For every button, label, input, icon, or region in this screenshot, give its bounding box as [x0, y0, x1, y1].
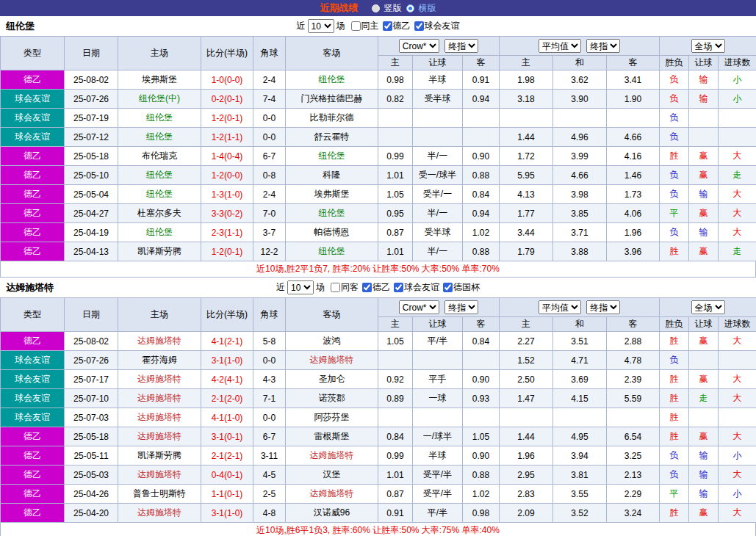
home-team[interactable]: 凯泽斯劳腾	[118, 242, 201, 261]
asian-away-odds: 1.02	[463, 223, 500, 242]
asian-away-odds: 0.88	[463, 466, 500, 485]
league-filter[interactable]: 德乙	[383, 20, 411, 32]
away-team[interactable]: 纽伦堡	[286, 242, 378, 261]
league-filter[interactable]: 同主	[351, 20, 379, 32]
away-team[interactable]: 汉诺威96	[286, 504, 378, 523]
home-team[interactable]: 纽伦堡	[118, 166, 201, 185]
recent-count-select[interactable]: 10	[308, 19, 334, 33]
home-team[interactable]: 纽伦堡	[118, 109, 201, 128]
home-team[interactable]: 霍芬海姆	[118, 351, 201, 370]
wdl-result: 胜	[660, 504, 689, 523]
away-team[interactable]: 纽伦堡	[286, 204, 378, 223]
euro-away-odds: 1.73	[607, 185, 660, 204]
corner-score: 0-0	[253, 408, 286, 427]
home-team[interactable]: 埃弗斯堡	[118, 70, 201, 90]
vertical-layout-label[interactable]: 竖版	[384, 2, 402, 15]
asian-odds-type-select[interactable]: 终指	[444, 300, 478, 314]
away-team[interactable]: 诺茨郡	[286, 389, 378, 408]
euro-avg-select[interactable]: 平均值	[539, 300, 581, 314]
asian-odds-type-select[interactable]: 终指	[444, 39, 478, 53]
league-filter-checkbox[interactable]	[351, 21, 361, 31]
league-filter[interactable]: 德国杯	[443, 281, 480, 294]
league-filter-checkbox[interactable]	[331, 283, 340, 292]
home-team[interactable]: 纽伦堡	[118, 223, 201, 242]
scope-select[interactable]: 全场	[691, 39, 725, 53]
home-team[interactable]: 普鲁士明斯特	[118, 485, 201, 504]
horizontal-layout-radio[interactable]	[406, 4, 414, 12]
vertical-layout-radio[interactable]	[372, 4, 380, 12]
home-team[interactable]: 达姆施塔特	[118, 370, 201, 389]
home-team[interactable]: 达姆施塔特	[118, 332, 201, 351]
league-filter-checkbox[interactable]	[414, 21, 424, 31]
league-filter[interactable]: 德乙	[362, 281, 390, 294]
horizontal-layout-label[interactable]: 横版	[419, 2, 436, 15]
home-team[interactable]: 布伦瑞克	[118, 147, 201, 166]
home-team[interactable]: 纽伦堡	[118, 185, 201, 204]
corner-score: 4-5	[253, 466, 286, 485]
league-filter-checkbox[interactable]	[443, 283, 453, 292]
corner-score: 3-7	[253, 223, 286, 242]
away-team[interactable]: 圣加仑	[286, 370, 378, 389]
asian-away-odds: 0.93	[463, 389, 500, 408]
home-team[interactable]: 达姆施塔特	[118, 408, 201, 427]
away-team[interactable]: 科隆	[286, 166, 378, 185]
corner-score: 7-1	[253, 389, 286, 408]
euro-odds-type-select[interactable]: 终指	[586, 300, 620, 314]
asian-home-odds: 0.92	[378, 370, 413, 389]
asian-handicap-line: 受半球	[413, 90, 463, 109]
match-date: 25-05-18	[65, 147, 118, 166]
wdl-result: 负	[660, 128, 689, 147]
asian-away-odds	[463, 128, 500, 147]
away-team[interactable]: 纽伦堡	[286, 70, 378, 90]
home-team[interactable]: 纽伦堡(中)	[118, 90, 201, 109]
home-team[interactable]: 达姆施塔特	[118, 504, 201, 523]
away-team[interactable]: 雷根斯堡	[286, 427, 378, 446]
corner-score: 6-7	[253, 427, 286, 446]
league-filter-checkbox[interactable]	[383, 21, 392, 31]
home-team[interactable]: 纽伦堡	[118, 128, 201, 147]
away-team[interactable]: 汉堡	[286, 466, 378, 485]
away-team[interactable]: 帕德博恩	[286, 223, 378, 242]
recent-count-select[interactable]: 10	[287, 280, 314, 294]
scope-select[interactable]: 全场	[691, 300, 725, 314]
bookmaker-select[interactable]: Crow*	[399, 300, 439, 314]
league-filter-checkbox[interactable]	[394, 283, 403, 292]
away-team[interactable]: 埃弗斯堡	[286, 185, 378, 204]
home-team[interactable]: 杜塞尔多夫	[118, 204, 201, 223]
euro-home-odds: 3.44	[500, 223, 553, 242]
euro-odds-type-select[interactable]: 终指	[586, 39, 620, 53]
match-date: 25-05-04	[65, 185, 118, 204]
away-team[interactable]: 门兴格拉德巴赫	[286, 90, 378, 109]
bookmaker-select[interactable]: Crow*	[399, 39, 439, 53]
away-team[interactable]: 比勒菲尔德	[286, 109, 378, 128]
away-team[interactable]: 舒云霍特	[286, 128, 378, 147]
asian-handicap-line: 受半/一	[413, 185, 463, 204]
home-team[interactable]: 达姆施塔特	[118, 466, 201, 485]
away-team[interactable]: 波鸿	[286, 332, 378, 351]
away-team[interactable]: 达姆施塔特	[286, 485, 378, 504]
league-filter[interactable]: 球会友谊	[414, 20, 460, 32]
away-team[interactable]: 达姆施塔特	[286, 351, 378, 370]
col-wdl: 胜负	[660, 56, 689, 70]
match-row: 德乙25-05-18布伦瑞克1-4(0-4)6-7纽伦堡0.99半/一0.901…	[1, 147, 756, 166]
asian-home-odds: 1.01	[378, 166, 413, 185]
league-filter-checkboxes: 同客德乙球会友谊德国杯	[327, 281, 480, 294]
home-team[interactable]: 凯泽斯劳腾	[118, 446, 201, 466]
euro-avg-select[interactable]: 平均值	[539, 39, 581, 53]
corner-score: 0-8	[253, 166, 286, 185]
asian-handicap-line	[413, 351, 463, 370]
away-team[interactable]: 阿莎芬堡	[286, 408, 378, 427]
home-team[interactable]: 达姆施塔特	[118, 427, 201, 446]
wdl-result: 负	[660, 166, 689, 185]
wdl-result: 负	[660, 90, 689, 109]
league-filter[interactable]: 同客	[331, 281, 359, 294]
asian-home-odds: 0.87	[378, 485, 413, 504]
asian-home-odds	[378, 128, 413, 147]
goals-result: 大	[719, 185, 756, 204]
league-filter[interactable]: 球会友谊	[394, 281, 439, 294]
league-filter-checkbox[interactable]	[362, 283, 372, 292]
home-team[interactable]: 达姆施塔特	[118, 389, 201, 408]
away-team[interactable]: 达姆施塔特	[286, 446, 378, 466]
asian-handicap-line	[413, 128, 463, 147]
away-team[interactable]: 纽伦堡	[286, 147, 378, 166]
